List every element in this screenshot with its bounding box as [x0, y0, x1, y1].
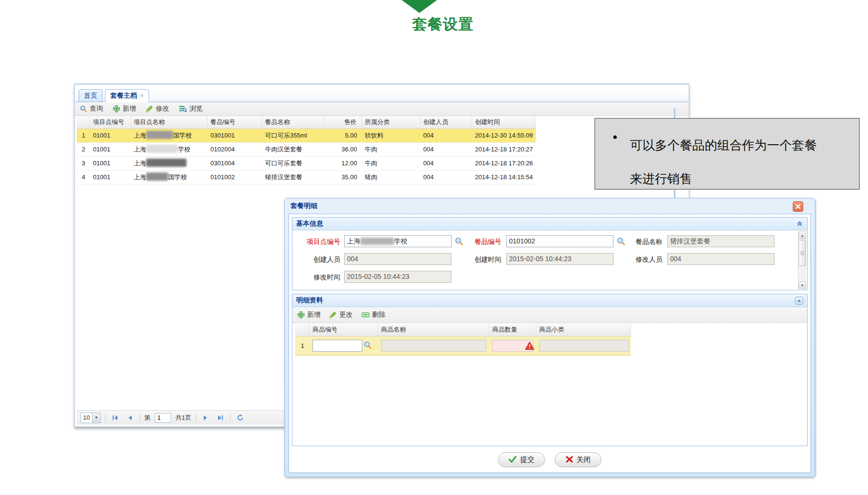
cell-site-name: 上海 — [131, 157, 208, 170]
close-label: 关闭 — [577, 455, 591, 464]
collapse-chevrons-icon[interactable] — [796, 220, 803, 229]
item-no-input[interactable]: 0101002 — [506, 235, 613, 247]
redaction-blur — [146, 131, 173, 139]
cell-item-name: 猪排汉堡套餐 — [262, 171, 324, 184]
site-suffix: 学校 — [394, 237, 407, 245]
site-lookup-icon[interactable] — [454, 237, 464, 246]
col-product-no[interactable]: 商品编号 — [310, 323, 378, 336]
submit-button[interactable]: 提交 — [498, 452, 545, 467]
item-name-field: 猪排汉堡套餐 — [667, 235, 775, 247]
detail-panel: 明细资料 新增 更改 删除 — [292, 294, 808, 446]
detail-header-row: 商品编号 商品名称 商品数量 商品小类 — [295, 323, 631, 336]
cell-item-no: 0101002 — [208, 171, 262, 184]
cell-category: 猪肉 — [362, 171, 420, 184]
dialog-titlebar[interactable]: 套餐明细 — [285, 198, 815, 214]
browse-button[interactable]: 浏览 — [179, 104, 203, 113]
scrollbar-thumb[interactable] — [799, 240, 806, 266]
cell-created: 2014-12-30 14:55:09 — [472, 129, 535, 142]
product-no-input[interactable] — [312, 340, 362, 352]
cell-item-no: 0301001 — [208, 129, 262, 142]
page-number-input[interactable] — [155, 413, 171, 423]
cell-creator: 004 — [420, 171, 472, 184]
dialog-close-icon[interactable] — [793, 201, 803, 212]
col-product-name[interactable]: 商品名称 — [378, 323, 489, 336]
col-product-class[interactable]: 商品小类 — [536, 323, 631, 336]
col-site-name[interactable]: 项目点名称 — [131, 116, 208, 128]
detail-add-button[interactable]: 新增 — [297, 311, 321, 319]
scroll-down-icon[interactable]: ▼ — [799, 281, 806, 289]
detail-edit-button[interactable]: 更改 — [329, 311, 353, 319]
cell-price: 12.00 — [324, 157, 362, 170]
tab-home[interactable]: 首页 — [79, 89, 103, 102]
item-lookup-icon[interactable] — [616, 237, 626, 246]
detail-table: 商品编号 商品名称 商品数量 商品小类 1 — [295, 323, 631, 356]
last-page-button[interactable] — [215, 413, 226, 423]
detail-toolbar: 新增 更改 删除 — [292, 307, 807, 323]
cell-category: 牛肉 — [362, 143, 420, 156]
tab-meal-master[interactable]: 套餐主档 × — [105, 89, 149, 102]
site-name-suffix: 国学校 — [173, 132, 192, 139]
edit-button[interactable]: 修改 — [146, 104, 169, 113]
first-page-button[interactable] — [110, 413, 120, 423]
page-size-select[interactable]: 10 ▼ — [81, 413, 101, 423]
refresh-icon[interactable] — [235, 413, 245, 423]
modifier-label: 修改人员 — [632, 253, 662, 265]
table-row[interactable]: 4 01001 上海国学校 0101002 猪排汉堡套餐 35.00 猪肉 00… — [77, 171, 536, 184]
cell-price: 36.00 — [324, 143, 362, 156]
cell-category: 软饮料 — [362, 129, 420, 142]
col-product-qty[interactable]: 商品数量 — [489, 323, 536, 336]
dialog-buttons: 提交 关闭 — [289, 452, 810, 467]
cell-site-name: 上海国学校 — [131, 129, 208, 142]
cell-created: 2014-12-18 17:20:27 — [472, 143, 535, 156]
table-row[interactable]: 3 01001 上海 0301004 可口可乐套餐 12.00 牛肉 004 2… — [77, 157, 536, 171]
cell-site-no: 01001 — [90, 171, 131, 184]
next-page-button[interactable] — [200, 413, 211, 423]
search-icon — [80, 105, 87, 113]
basic-info-panel: 基本信息 项目点编号 上海学校 餐品编号 0101002 餐品名称 猪排汉堡套餐… — [292, 217, 808, 290]
detail-edit-row[interactable]: 1 — [295, 336, 631, 356]
warning-icon[interactable] — [525, 341, 534, 352]
col-item-name[interactable]: 餐品名称 — [262, 116, 324, 128]
modified-label: 修改时间 — [296, 271, 340, 283]
col-category[interactable]: 所属分类 — [362, 116, 420, 128]
tab-meal-master-label: 套餐主档 — [110, 92, 137, 100]
divider — [139, 414, 140, 422]
search-button[interactable]: 查询 — [80, 104, 103, 113]
redaction-blur — [146, 145, 178, 153]
scroll-up-icon[interactable]: ▲ — [799, 231, 806, 239]
modifier-field: 004 — [667, 253, 775, 265]
basic-info-title: 基本信息 — [296, 219, 323, 228]
callout-line-2: 来进行销售 — [630, 162, 817, 196]
submit-label: 提交 — [520, 455, 534, 464]
detail-edit-label: 更改 — [339, 311, 353, 319]
col-item-no[interactable]: 餐品编号 — [208, 116, 262, 128]
row-num: 1 — [295, 336, 310, 355]
modified-field: 2015-02-05 10:44:23 — [344, 271, 451, 283]
chevron-down-icon[interactable]: ▼ — [92, 413, 100, 423]
tab-close-icon[interactable]: × — [140, 92, 144, 99]
product-class-cell — [536, 336, 631, 355]
col-creator[interactable]: 创建人员 — [420, 116, 472, 128]
cell-site-name: 上海学校 — [131, 143, 208, 156]
table-row[interactable]: 2 01001 上海学校 0102004 牛肉汉堡套餐 36.00 牛肉 004… — [77, 143, 536, 157]
table-header-row: 项目点编号 项目点名称 餐品编号 餐品名称 售价 所属分类 创建人员 创建时间 — [77, 116, 536, 129]
row-num: 1 — [77, 129, 90, 142]
collapse-triangle-icon[interactable] — [795, 297, 803, 305]
add-button[interactable]: 新增 — [113, 104, 136, 113]
col-site-no[interactable]: 项目点编号 — [90, 116, 131, 128]
cell-creator: 004 — [420, 157, 472, 170]
site-no-input[interactable]: 上海学校 — [344, 235, 451, 247]
detail-delete-button[interactable]: 删除 — [361, 311, 385, 319]
edit-label: 修改 — [156, 104, 169, 113]
product-qty-cell — [489, 336, 536, 355]
table-row[interactable]: 1 01001 上海国学校 0301001 可口可乐355ml 5.00 软饮料… — [77, 129, 536, 143]
redaction-blur — [360, 238, 394, 245]
close-button[interactable]: 关闭 — [555, 452, 602, 467]
scrollbar[interactable]: ▲ ▼ — [798, 231, 806, 289]
product-lookup-icon[interactable] — [363, 341, 372, 351]
collapse-panel-button[interactable] — [795, 297, 803, 305]
col-price[interactable]: 售价 — [324, 116, 362, 128]
col-created[interactable]: 创建时间 — [472, 116, 535, 128]
basic-info-header: 基本信息 — [292, 218, 807, 230]
prev-page-button[interactable] — [125, 413, 135, 423]
